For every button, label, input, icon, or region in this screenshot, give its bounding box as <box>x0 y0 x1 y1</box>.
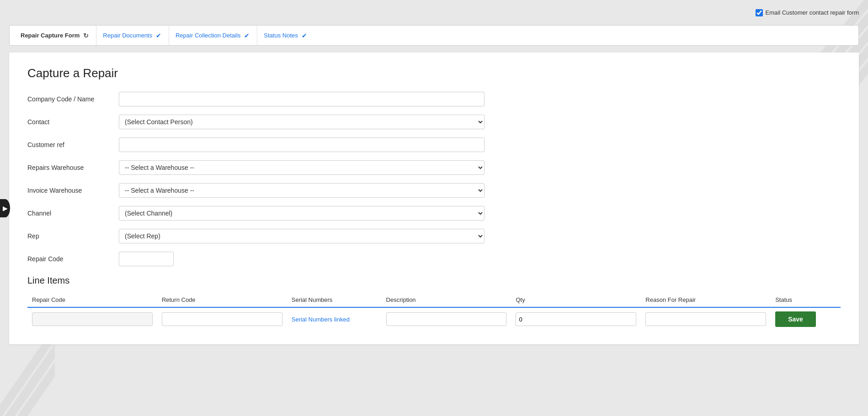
company-code-input[interactable] <box>119 92 485 106</box>
rep-group: Rep (Select Rep) <box>27 229 841 243</box>
cell-status: Save <box>771 307 841 331</box>
channel-group: Channel (Select Channel) <box>27 206 841 221</box>
col-qty: Qty <box>511 293 641 307</box>
col-description: Description <box>382 293 511 307</box>
repairs-warehouse-group: Repairs Warehouse -- Select a Warehouse … <box>27 160 841 175</box>
check-icon-repair-collection: ✔ <box>243 32 250 39</box>
page-title: Capture a Repair <box>27 66 841 80</box>
tab-status-notes-link[interactable]: Status Notes <box>264 32 298 39</box>
row-repair-code-input[interactable] <box>32 312 153 326</box>
channel-label: Channel <box>27 210 119 217</box>
cell-serial-numbers: Serial Numbers linked <box>287 307 382 331</box>
row-return-code-input[interactable] <box>162 312 282 326</box>
customer-ref-input[interactable] <box>119 137 485 152</box>
channel-select[interactable]: (Select Channel) <box>119 206 485 221</box>
email-checkbox-text: Email Customer contact repair form <box>766 9 859 16</box>
company-code-group: Company Code / Name <box>27 92 841 106</box>
contact-select[interactable]: (Select Contact Person) <box>119 115 485 129</box>
row-description-input[interactable] <box>386 312 507 326</box>
company-code-label: Company Code / Name <box>27 95 119 103</box>
email-checkbox[interactable] <box>756 9 763 16</box>
tab-repair-documents[interactable]: Repair Documents ✔ <box>96 26 169 45</box>
top-bar: Email Customer contact repair form <box>0 0 868 25</box>
table-header-row: Repair Code Return Code Serial Numbers D… <box>27 293 841 307</box>
contact-group: Contact (Select Contact Person) <box>27 115 841 129</box>
cell-reason-for-repair <box>641 307 771 331</box>
customer-ref-group: Customer ref <box>27 137 841 152</box>
row-reason-input[interactable] <box>645 312 766 326</box>
cell-repair-code <box>27 307 157 331</box>
check-icon-status-notes: ✔ <box>301 32 308 39</box>
email-checkbox-label[interactable]: Email Customer contact repair form <box>756 9 859 16</box>
tab-repair-capture-form[interactable]: Repair Capture Form ↻ <box>14 26 96 45</box>
table-row: Serial Numbers linked Save <box>27 307 841 331</box>
repairs-warehouse-select[interactable]: -- Select a Warehouse -- <box>119 160 485 175</box>
tab-repair-collection-details-link[interactable]: Repair Collection Details <box>176 32 240 39</box>
tabs-bar: Repair Capture Form ↻ Repair Documents ✔… <box>9 25 859 46</box>
svg-line-7 <box>0 343 55 416</box>
tab-repair-collection-details[interactable]: Repair Collection Details ✔ <box>169 26 257 45</box>
col-reason-for-repair: Reason For Repair <box>641 293 771 307</box>
save-button[interactable]: Save <box>775 311 816 327</box>
line-items-title: Line Items <box>27 275 841 286</box>
repair-code-group: Repair Code <box>27 252 841 266</box>
repair-code-label: Repair Code <box>27 255 119 263</box>
line-items-table: Repair Code Return Code Serial Numbers D… <box>27 293 841 331</box>
invoice-warehouse-label: Invoice Warehouse <box>27 187 119 194</box>
row-qty-input[interactable] <box>516 312 636 326</box>
chevron-right-icon: ▶ <box>3 205 8 212</box>
main-content: Capture a Repair Company Code / Name Con… <box>9 53 859 344</box>
invoice-warehouse-group: Invoice Warehouse -- Select a Warehouse … <box>27 183 841 198</box>
contact-label: Contact <box>27 118 119 126</box>
repair-code-input[interactable] <box>119 252 174 266</box>
col-return-code: Return Code <box>157 293 287 307</box>
tab-repair-capture-form-label: Repair Capture Form <box>21 32 80 39</box>
rep-select[interactable]: (Select Rep) <box>119 229 485 243</box>
side-toggle-button[interactable]: ▶ <box>0 199 10 217</box>
cell-qty <box>511 307 641 331</box>
col-repair-code: Repair Code <box>27 293 157 307</box>
refresh-icon: ↻ <box>82 32 90 39</box>
customer-ref-label: Customer ref <box>27 141 119 148</box>
col-status: Status <box>771 293 841 307</box>
tab-repair-documents-link[interactable]: Repair Documents <box>103 32 152 39</box>
cell-description <box>382 307 511 331</box>
cell-return-code <box>157 307 287 331</box>
serial-numbers-link[interactable]: Serial Numbers linked <box>292 316 350 323</box>
repairs-warehouse-label: Repairs Warehouse <box>27 164 119 171</box>
check-icon-repair-documents: ✔ <box>155 32 162 39</box>
invoice-warehouse-select[interactable]: -- Select a Warehouse -- <box>119 183 485 198</box>
tab-status-notes[interactable]: Status Notes ✔ <box>257 26 314 45</box>
rep-label: Rep <box>27 232 119 240</box>
col-serial-numbers: Serial Numbers <box>287 293 382 307</box>
